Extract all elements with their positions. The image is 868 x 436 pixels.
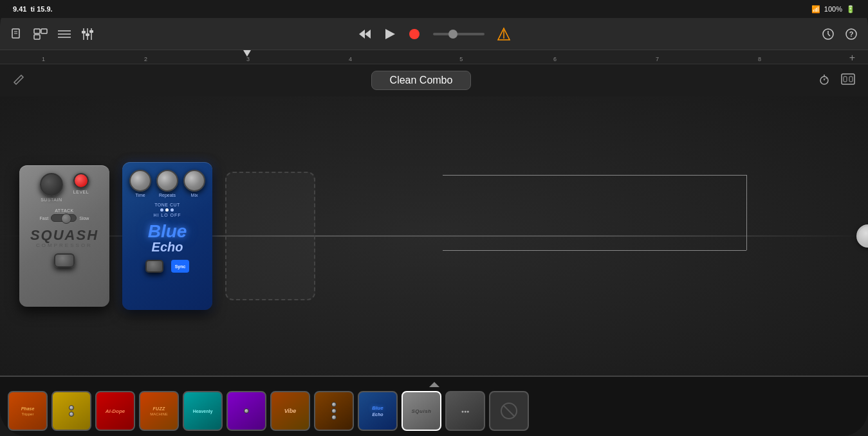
picker-none[interactable] [489,391,529,431]
mini-knob-5 [331,408,337,413]
pp-fuzz-inner: FUZZ MACHINE [140,392,178,430]
pedalboard-header: Clean Combo [0,64,868,96]
svg-marker-15 [359,30,365,39]
volume-slider[interactable] [433,33,485,35]
ruler-mark-7: 7 [656,56,659,62]
svg-rect-3 [34,29,40,33]
list-view-button[interactable] [58,29,71,39]
repeats-label: Repeats [159,193,176,197]
svg-marker-16 [365,30,371,39]
blue-echo-pedal[interactable]: Time Repeats Mix TONE CUT [122,162,212,310]
pp-aldope-inner: Al-Dope [97,392,134,430]
ruler-mark-2: 2 [144,56,147,62]
picker-boost[interactable] [51,391,91,431]
svg-line-35 [503,405,515,417]
svg-rect-5 [34,35,40,39]
svg-rect-12 [82,31,86,33]
pedalboard-view-button[interactable] [841,73,855,88]
level-label: LEVEL [73,190,89,194]
hi-lo-label: HI LO OFF [153,213,181,217]
mini-knob-4 [331,402,337,407]
metronome-button[interactable] [497,27,510,41]
picker-row[interactable]: Phase Tripper Al-Dope [8,391,860,431]
svg-rect-4 [41,29,47,33]
fast-label: Fast [40,216,49,221]
time-knob-wrap: Time [129,170,151,197]
sustain-knob-wrap: SUSTAIN [40,173,63,202]
sync-button[interactable]: Sync [171,260,189,273]
ruler-mark-8: 8 [758,56,761,62]
battery-icon: 🔋 [846,5,855,14]
toolbar-center [222,27,646,41]
picker-phase-tripper[interactable]: Phase Tripper [8,391,48,431]
picker-vibe[interactable]: Vibe [270,391,310,431]
pedals-container: SUSTAIN LEVEL ATTACK Fast Slow [19,162,315,310]
toolbar-right: ? [646,28,858,41]
repeats-knob[interactable] [156,170,178,192]
tempo-button[interactable] [822,28,835,41]
tone-cut-dots[interactable] [160,208,174,212]
home-button[interactable] [856,224,868,248]
help-button[interactable]: ? [845,28,858,41]
pencil-icon[interactable] [13,73,24,88]
pp-heavenly-inner: Heavenly [184,392,221,430]
tuner-button[interactable] [818,73,831,89]
play-button[interactable] [384,28,396,40]
battery-display: 100% [824,5,842,13]
picker-al-dope[interactable]: Al-Dope [95,391,135,431]
picker-overdrive[interactable] [226,391,266,431]
add-track-button[interactable]: + [849,52,855,64]
level-knob-wrap: LEVEL [73,173,89,202]
pedalboard-main: SUSTAIN LEVEL ATTACK Fast Slow [0,96,868,376]
tone-cut-label: TONE CUT [154,203,180,207]
svg-marker-17 [385,29,395,39]
attack-label: ATTACK [55,208,74,213]
squash-compressor-pedal[interactable]: SUSTAIN LEVEL ATTACK Fast Slow [19,165,109,307]
pp-boost-inner [53,392,90,430]
record-button[interactable] [409,28,420,40]
picker-heavenly[interactable]: Heavenly [183,391,223,431]
ruler-mark-1: 1 [42,56,45,62]
annotation-line-bottom [443,250,746,251]
header-center: Clean Combo [371,71,472,90]
mixer-button[interactable] [81,28,94,40]
dot-1 [160,208,163,212]
squash-footswitch[interactable] [54,253,75,268]
header-left [13,73,24,88]
pp-echo-inner: Blue Echo [359,392,396,430]
annotation-line-top [443,175,746,176]
preset-name-button[interactable]: Clean Combo [371,71,472,90]
echo-footswitch[interactable] [145,260,163,273]
mini-knob-2 [69,412,74,417]
picker-chorus[interactable] [314,391,354,431]
picker-triangle-indicator [429,382,439,387]
slow-label: Slow [79,216,89,221]
attack-row: Fast Slow [40,214,89,222]
level-knob[interactable] [73,173,89,188]
picker-amp[interactable]: ●●● [445,391,485,431]
pp-phase-inner: Phase Tripper [9,392,46,430]
mix-knob[interactable] [183,170,205,192]
squash-name: SQUASH [30,228,98,242]
timeline-ruler[interactable]: 1 2 3 4 5 6 7 8 + [0,50,868,64]
status-right: 📶 100% 🔋 [811,5,855,14]
picker-blue-echo[interactable]: Blue Echo [358,391,398,431]
time-knob[interactable] [129,170,151,192]
picker-fuzz-machine[interactable]: FUZZ MACHINE [139,391,179,431]
mix-knob-wrap: Mix [183,170,205,197]
picker-squish[interactable]: SQuish [402,391,441,431]
pp-squish-inner: SQuish [403,392,440,430]
rewind-button[interactable] [358,28,371,40]
new-document-button[interactable] [10,28,23,41]
mini-knob-6 [331,415,337,420]
empty-pedal-slot[interactable] [225,172,315,300]
mini-knob-1 [69,405,74,410]
ruler-marks: 1 2 3 4 5 6 7 8 + [8,50,860,64]
dot-2 [165,208,169,212]
tracks-view-button[interactable] [33,28,48,40]
attack-section: ATTACK Fast Slow [40,208,89,222]
header-right [818,73,855,89]
attack-slider[interactable] [51,214,77,222]
status-left: 9.41 ti 15.9. [13,5,53,13]
sustain-knob[interactable] [40,173,63,196]
